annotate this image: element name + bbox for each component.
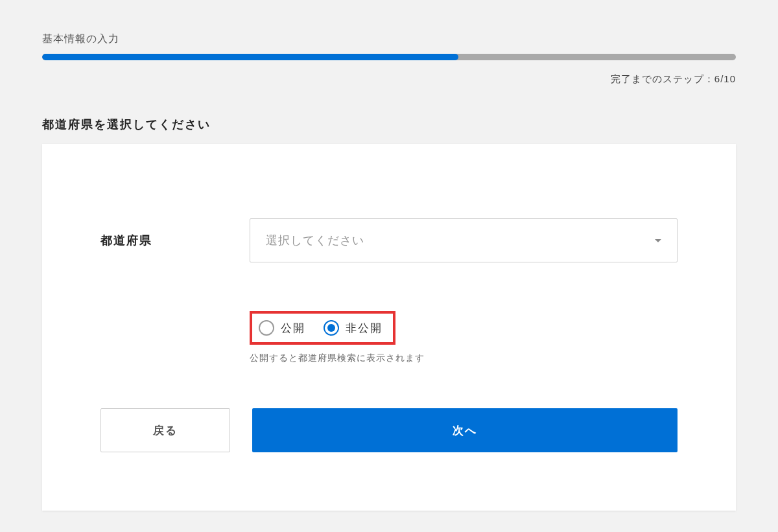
section-title: 都道府県を選択してください [42,117,736,132]
button-row: 戻る 次へ [100,408,678,452]
prefecture-label: 都道府県 [100,233,198,248]
caret-down-icon [655,239,661,242]
select-placeholder: 選択してください [266,233,364,248]
radio-public[interactable]: 公開 [259,320,305,336]
radio-circle-icon [259,320,274,336]
radio-public-label: 公開 [281,321,305,336]
prefecture-select[interactable]: 選択してください [250,218,678,262]
back-button[interactable]: 戻る [100,408,230,452]
visibility-hint: 公開すると都道府県検索に表示されます [250,353,678,364]
prefecture-row: 都道府県 選択してください [100,218,678,262]
radio-circle-selected-icon [324,320,339,336]
next-button[interactable]: 次へ [252,408,678,452]
progress-bar-fill [42,54,458,60]
step-text: 完了までのステップ：6/10 [42,73,736,86]
visibility-section: 公開 非公開 公開すると都道府県検索に表示されます [250,311,678,364]
radio-private[interactable]: 非公開 [324,320,383,336]
header-title: 基本情報の入力 [42,32,736,46]
prefecture-select-wrapper: 選択してください [250,218,678,262]
form-card: 都道府県 選択してください 公開 非公開 公開すると都道府県検索に表示されます … [42,144,736,511]
progress-bar [42,54,736,60]
radio-highlight-box: 公開 非公開 [250,311,395,345]
radio-private-label: 非公開 [346,321,383,336]
